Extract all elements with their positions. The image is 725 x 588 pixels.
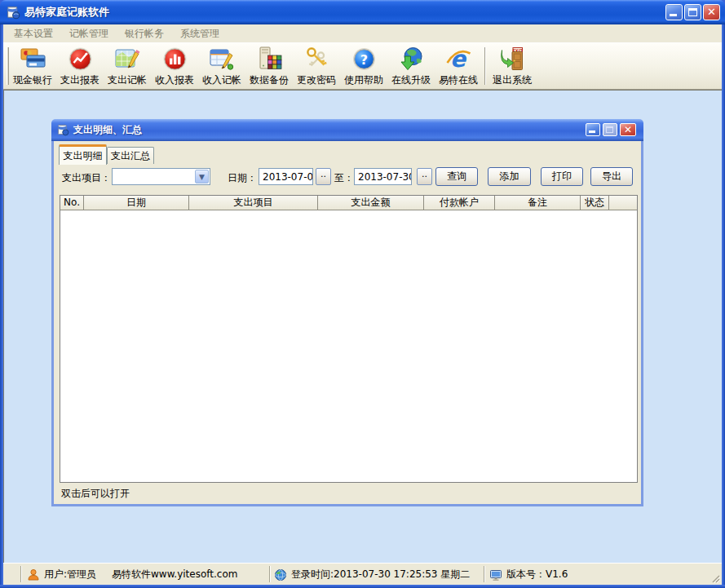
toolbar-button-income-entry[interactable]: 收入记帐 bbox=[198, 45, 245, 87]
dialog-maximize-button[interactable] bbox=[603, 123, 617, 136]
dialog-close-button[interactable]: ✕ bbox=[620, 123, 636, 136]
menu-item-bank-accounts[interactable]: 银行帐务 bbox=[117, 24, 172, 43]
toolbar-button-expense-entry[interactable]: 支出记帐 bbox=[104, 45, 151, 87]
column-header-project[interactable]: 支出项目 bbox=[189, 196, 318, 210]
date-to-input[interactable] bbox=[354, 168, 412, 185]
print-button[interactable]: 打印 bbox=[541, 167, 583, 186]
change-password-icon bbox=[303, 46, 330, 73]
toolbar-label: 更改密码 bbox=[297, 73, 336, 87]
toolbar: 现金银行 支出报表 支出记帐 bbox=[3, 42, 722, 90]
column-header-status[interactable]: 状态 bbox=[581, 196, 609, 210]
expense-table: No. 日期 支出项目 支出金额 付款帐户 备注 状态 bbox=[60, 195, 638, 483]
expense-project-select[interactable]: ▼ bbox=[112, 168, 210, 185]
application-window: 易特家庭记账软件 ✕ 基本设置 记帐管理 银行帐务 系统管理 现金银行 bbox=[0, 0, 725, 588]
resize-grip[interactable] bbox=[710, 573, 721, 584]
toolbar-button-cash-bank[interactable]: 现金银行 bbox=[9, 45, 56, 87]
yite-online-icon: e bbox=[445, 46, 472, 73]
statusbar-version-panel: 版本号：V1.6 bbox=[489, 564, 568, 586]
toolbar-button-data-backup[interactable]: 数据备份 bbox=[245, 45, 293, 87]
toolbar-label: 收入记帐 bbox=[202, 73, 241, 87]
date-label: 日期： bbox=[228, 171, 257, 185]
maximize-icon bbox=[606, 126, 613, 133]
statusbar-website-text: 易特软件www.yitesoft.com bbox=[112, 568, 237, 581]
column-header-amount[interactable]: 支出金额 bbox=[318, 196, 424, 210]
dialog-icon bbox=[57, 124, 69, 136]
window-border-right bbox=[722, 24, 725, 588]
statusbar-separator bbox=[484, 566, 485, 582]
column-header-date[interactable]: 日期 bbox=[84, 196, 189, 210]
toolbar-label: 支出记帐 bbox=[108, 73, 147, 87]
dialog-titlebar[interactable]: 支出明细、汇总 ✕ bbox=[51, 119, 643, 141]
maximize-button[interactable] bbox=[684, 4, 701, 20]
minimize-button[interactable] bbox=[665, 4, 683, 20]
svg-text:?: ? bbox=[360, 52, 367, 68]
income-entry-icon bbox=[209, 46, 236, 73]
date-to-picker-button[interactable]: .. bbox=[417, 168, 432, 185]
menu-bar: 基本设置 记帐管理 银行帐务 系统管理 bbox=[3, 24, 722, 42]
toolbar-button-income-report[interactable]: 收入报表 bbox=[151, 45, 198, 87]
toolbar-button-help[interactable]: ? 使用帮助 bbox=[340, 45, 387, 87]
toolbar-label: 支出报表 bbox=[60, 73, 99, 87]
close-button[interactable]: ✕ bbox=[703, 4, 720, 20]
toolbar-separator bbox=[484, 47, 486, 85]
tab-expense-detail[interactable]: 支出明细 bbox=[59, 144, 107, 165]
tab-expense-summary[interactable]: 支出汇总 bbox=[107, 147, 154, 164]
column-header-no[interactable]: No. bbox=[60, 196, 84, 210]
column-header-account[interactable]: 付款帐户 bbox=[424, 196, 495, 210]
expense-project-label: 支出项目： bbox=[62, 171, 111, 185]
table-body[interactable] bbox=[60, 210, 637, 482]
to-label: 至： bbox=[334, 171, 354, 185]
data-backup-icon bbox=[256, 46, 283, 73]
dialog-title: 支出明细、汇总 bbox=[73, 123, 142, 137]
toolbar-label: 易特在线 bbox=[439, 73, 478, 87]
statusbar-version-text: 版本号：V1.6 bbox=[506, 568, 568, 581]
expense-project-value bbox=[113, 169, 194, 184]
monitor-icon bbox=[489, 568, 502, 581]
statusbar-separator bbox=[20, 566, 22, 582]
toolbar-label: 退出系统 bbox=[493, 73, 532, 87]
dialog-minimize-button[interactable] bbox=[586, 123, 600, 136]
window-title: 易特家庭记账软件 bbox=[24, 5, 109, 20]
date-from-picker-button[interactable]: .. bbox=[316, 168, 331, 185]
statusbar-website-panel: 易特软件www.yitesoft.com bbox=[112, 564, 237, 586]
statusbar-separator bbox=[269, 566, 271, 582]
expense-report-icon bbox=[67, 46, 94, 73]
menu-item-bookkeeping[interactable]: 记帐管理 bbox=[61, 24, 117, 43]
date-from-input[interactable] bbox=[259, 168, 313, 185]
toolbar-button-online-upgrade[interactable]: 在线升级 bbox=[387, 45, 435, 87]
export-button[interactable]: 导出 bbox=[590, 167, 633, 186]
menu-item-system[interactable]: 系统管理 bbox=[172, 24, 228, 43]
expense-entry-icon bbox=[114, 46, 141, 73]
exit-icon: EXIT bbox=[499, 46, 526, 73]
user-icon bbox=[27, 568, 40, 581]
query-button[interactable]: 查询 bbox=[435, 167, 478, 186]
toolbar-button-yite-online[interactable]: e 易特在线 bbox=[435, 45, 482, 87]
minimize-icon bbox=[589, 130, 595, 133]
statusbar-login-text: 登录时间:2013-07-30 17:25:53 星期二 bbox=[291, 568, 470, 581]
minimize-icon bbox=[670, 14, 677, 16]
cash-bank-icon bbox=[20, 46, 46, 73]
add-button[interactable]: 添加 bbox=[488, 167, 531, 186]
maximize-icon bbox=[688, 8, 697, 16]
income-report-icon bbox=[161, 46, 188, 73]
toolbar-label: 使用帮助 bbox=[344, 73, 383, 87]
chevron-down-icon: ▼ bbox=[195, 170, 209, 183]
toolbar-button-expense-report[interactable]: 支出报表 bbox=[56, 45, 104, 87]
main-titlebar[interactable]: 易特家庭记账软件 ✕ bbox=[0, 0, 725, 24]
toolbar-label: 在线升级 bbox=[391, 73, 431, 87]
toolbar-button-change-password[interactable]: 更改密码 bbox=[293, 45, 340, 87]
close-icon: ✕ bbox=[621, 124, 635, 135]
help-icon: ? bbox=[351, 46, 378, 73]
menu-item-basic-settings[interactable]: 基本设置 bbox=[6, 24, 61, 43]
expense-detail-dialog: 支出明细、汇总 ✕ 支出明细 支出汇总 支出项目： ▼ 日期： .. 至： .. bbox=[51, 119, 643, 506]
mdi-client-area: 支出明细、汇总 ✕ 支出明细 支出汇总 支出项目： ▼ 日期： .. 至： .. bbox=[3, 90, 722, 563]
toolbar-label: 现金银行 bbox=[13, 73, 52, 87]
statusbar-user-text: 用户:管理员 bbox=[44, 568, 96, 581]
column-header-remark[interactable]: 备注 bbox=[495, 196, 581, 210]
toolbar-label: 数据备份 bbox=[250, 73, 289, 87]
online-upgrade-icon bbox=[398, 46, 425, 73]
table-header-row: No. 日期 支出项目 支出金额 付款帐户 备注 状态 bbox=[60, 196, 637, 210]
svg-text:e: e bbox=[450, 46, 467, 73]
column-header-filler bbox=[609, 196, 637, 210]
toolbar-button-exit[interactable]: EXIT 退出系统 bbox=[488, 45, 536, 87]
